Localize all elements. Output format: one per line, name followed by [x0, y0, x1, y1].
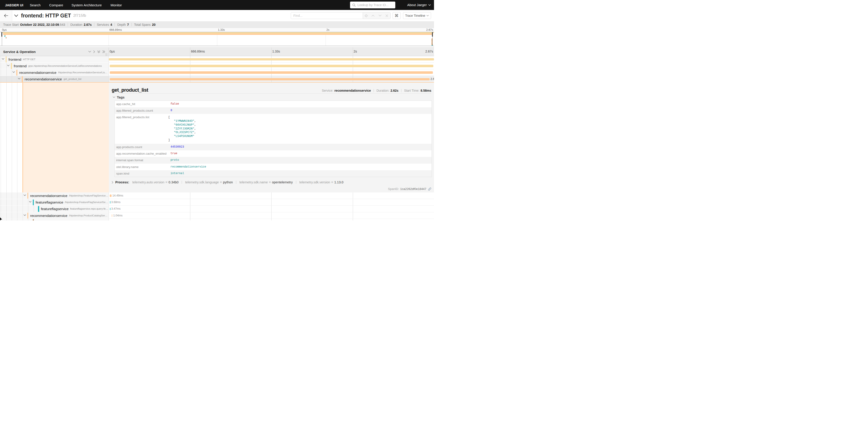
- summary-total-spans: Total Spans20: [134, 23, 156, 27]
- span-duration-bar[interactable]: [110, 208, 111, 210]
- collapse-one-icon[interactable]: [88, 51, 91, 53]
- stat-label: Total Spans: [134, 23, 151, 27]
- span-row-0[interactable]: frontendHTTP GET: [0, 56, 434, 63]
- span-collapse-chevron-icon[interactable]: [18, 78, 20, 80]
- indent-guide: [1, 83, 1, 193]
- tag-value: ["1YMWWN1N4O","66VCHSJNUP","2ZYFJ3GM2N",…: [170, 114, 432, 144]
- span-collapse-chevron-icon[interactable]: [24, 195, 26, 196]
- span-name-cell[interactable]: recommendationserviceget_product_list: [0, 76, 109, 82]
- span-row-5[interactable]: featureflagservice/hipstershop.FeatureFl…: [0, 199, 434, 206]
- span-name-cell[interactable]: recommendationservice/hipstershop.Produc…: [0, 212, 109, 219]
- span-collapse-chevron-icon[interactable]: [29, 201, 31, 203]
- about-jaeger-menu[interactable]: About Jaeger: [407, 3, 431, 7]
- service-color-bar: [6, 56, 7, 62]
- span-track-cell[interactable]: 3.47ms: [109, 206, 434, 212]
- column-resize-grip[interactable]: ||: [105, 53, 107, 56]
- span-row-3[interactable]: recommendationserviceget_product_list2.6…: [0, 76, 434, 82]
- span-track-cell[interactable]: [109, 56, 434, 63]
- span-duration-label: 3.47ms: [111, 206, 121, 212]
- span-row-8[interactable]: productcatalogservice: [0, 219, 434, 220]
- nav-item-search[interactable]: Search: [30, 3, 41, 7]
- span-track-cell[interactable]: [109, 219, 434, 220]
- span-duration-label: 2.62s: [431, 76, 434, 82]
- tag-key: app.cache_hit: [115, 101, 170, 107]
- back-button[interactable]: [0, 10, 12, 21]
- service-color-bar: [27, 212, 29, 219]
- span-track-cell[interactable]: [109, 63, 434, 69]
- span-name-cell[interactable]: frontendHTTP GET: [0, 56, 109, 63]
- nav-item-monitor[interactable]: Monitor: [111, 3, 122, 7]
- service-color-bar: [33, 219, 34, 220]
- span-name-cell[interactable]: frontendgrpc.hipstershop.RecommendationS…: [0, 63, 109, 69]
- span-track-cell[interactable]: 3.68ms: [109, 199, 434, 206]
- nav-item-system-architecture[interactable]: System Architecture: [71, 3, 102, 7]
- service-color-bar: [27, 193, 29, 199]
- svg-shape: [378, 15, 381, 17]
- span-collapse-chevron-icon[interactable]: [7, 65, 9, 66]
- svg-shape: [7, 65, 9, 66]
- span-duration-bar[interactable]: [110, 71, 433, 74]
- indent-guide: [17, 83, 18, 193]
- summary-items: Trace StartOctober 22 2022, 22:10:09.543…: [3, 23, 155, 27]
- span-duration-bar[interactable]: [109, 58, 434, 61]
- trace-view-selector[interactable]: Trace Timeline: [403, 12, 431, 19]
- detail-divider: [112, 93, 432, 94]
- span-duration-label: 3.68ms: [111, 199, 121, 206]
- nav-item-compare[interactable]: Compare: [49, 3, 63, 7]
- span-track-cell[interactable]: 14.49ms: [109, 193, 434, 199]
- tag-value: true: [170, 150, 432, 157]
- expand-one-icon[interactable]: [93, 50, 95, 53]
- span-name-cell[interactable]: featureflagservice/hipstershop.FeatureFl…: [0, 199, 109, 206]
- minimap-tick-labels: 0μs666.89ms1.33s2s2.67s: [0, 28, 434, 32]
- dp-titlerow: get_product_listService:recommendationse…: [112, 87, 432, 93]
- span-track-cell[interactable]: [109, 69, 434, 76]
- page-title[interactable]: frontend: HTTP GET: [21, 13, 71, 19]
- span-duration-bar[interactable]: [112, 214, 112, 217]
- span-row-4[interactable]: recommendationservice/hipstershop.Featur…: [0, 193, 434, 199]
- trace-lookup-box[interactable]: Lookup by Trace ID...: [350, 2, 395, 8]
- span-duration-bar[interactable]: [110, 65, 433, 67]
- tags-section-header[interactable]: Tags: [113, 95, 432, 99]
- tick-line: [353, 219, 353, 220]
- left-scrubber[interactable]: [1, 32, 2, 37]
- locate-icon[interactable]: [363, 12, 370, 19]
- span-row-2[interactable]: recommendationservice/hipstershop.Recomm…: [0, 69, 434, 76]
- prev-result-icon[interactable]: [370, 12, 376, 19]
- span-row-7[interactable]: recommendationservice/hipstershop.Produc…: [0, 212, 434, 219]
- find-input[interactable]: [291, 12, 363, 19]
- span-duration-bar[interactable]: [110, 78, 430, 81]
- right-scrubber[interactable]: [432, 32, 433, 37]
- svg-shape: [385, 14, 388, 17]
- collapse-title-chevron[interactable]: [14, 14, 18, 17]
- span-name-cell[interactable]: recommendationservice/hipstershop.Featur…: [0, 193, 109, 199]
- span-collapse-chevron-icon[interactable]: [2, 58, 4, 60]
- keyboard-shortcuts-button[interactable]: ⌘: [393, 12, 401, 19]
- app-brand[interactable]: JAEGER UI: [5, 3, 23, 7]
- clear-find-icon[interactable]: [383, 12, 390, 19]
- div-shape: "1YMWWN1N4O",: [168, 119, 429, 123]
- process-kv: telemetry.auto.version=0.34b0: [132, 180, 179, 184]
- div-shape: "OLJCESPC7Z",: [168, 130, 429, 135]
- trace-minimap[interactable]: [0, 32, 434, 46]
- path-shape: [429, 4, 431, 6]
- span-track-cell[interactable]: 1.04ms: [109, 212, 434, 219]
- span-duration-bar[interactable]: [110, 201, 111, 204]
- span-row-1[interactable]: frontendgrpc.hipstershop.RecommendationS…: [0, 63, 434, 69]
- indent-guide: [17, 76, 18, 82]
- span-name-cell[interactable]: recommendationservice/hipstershop.Recomm…: [0, 69, 109, 76]
- minimap-span: [3, 34, 432, 35]
- deep-link-icon[interactable]: [428, 187, 431, 190]
- summary-services: Services4: [97, 23, 112, 27]
- span-row-6[interactable]: featureflagservicefeatureflagservice.rep…: [0, 206, 434, 212]
- process-section[interactable]: Process:telemetry.auto.version=0.34b0tel…: [112, 180, 432, 184]
- collapse-all-icon[interactable]: [97, 50, 100, 53]
- span-duration-bar[interactable]: [110, 195, 112, 197]
- next-result-icon[interactable]: [376, 12, 383, 19]
- path-shape: [427, 15, 429, 16]
- expand-all-icon[interactable]: [102, 50, 105, 53]
- span-name-cell[interactable]: featureflagservicefeatureflagservice.rep…: [0, 206, 109, 212]
- span-collapse-chevron-icon[interactable]: [24, 214, 26, 216]
- span-track-cell[interactable]: 2.62s: [109, 76, 434, 82]
- span-name-cell[interactable]: productcatalogservice: [0, 219, 109, 220]
- span-collapse-chevron-icon[interactable]: [12, 71, 15, 73]
